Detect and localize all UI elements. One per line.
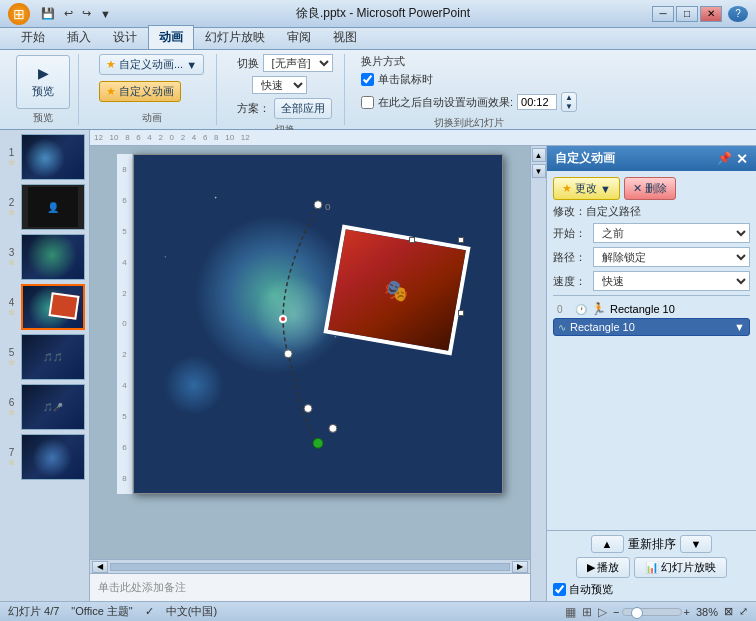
- zoom-slider[interactable]: [622, 608, 682, 616]
- slide-image-3[interactable]: [21, 234, 85, 280]
- glow3: [164, 355, 224, 415]
- click-mouse-label: 单击鼠标时: [378, 72, 433, 87]
- slide-sorter-btn[interactable]: ⊞: [582, 605, 592, 619]
- slide-thumb-6[interactable]: 6 ☆ 🎵🎤: [4, 384, 85, 430]
- auto-preview-check[interactable]: [553, 583, 566, 596]
- slide-photo[interactable]: 🎭: [323, 225, 470, 356]
- change-button[interactable]: ★ 更改 ▼: [553, 177, 620, 200]
- save-button[interactable]: 💾: [38, 5, 58, 22]
- redo-button[interactable]: ↪: [79, 5, 94, 22]
- maximize-button[interactable]: □: [676, 6, 698, 22]
- play-button[interactable]: ▶ 播放: [576, 557, 630, 578]
- slide-canvas[interactable]: ✦ ✦ ✦: [133, 154, 503, 494]
- custom-anim2-button[interactable]: ★ 自定义动画: [99, 81, 181, 102]
- panel-close-button[interactable]: ✕: [736, 151, 748, 167]
- speed-select[interactable]: 快速: [252, 76, 307, 94]
- zoom-minus-icon[interactable]: −: [613, 606, 619, 618]
- slide-image-4[interactable]: [21, 284, 85, 330]
- dropdown-button[interactable]: ▼: [97, 5, 114, 22]
- click-mouse-check[interactable]: [361, 73, 374, 86]
- tab-home[interactable]: 开始: [10, 25, 56, 49]
- move-down-button[interactable]: ▼: [680, 535, 713, 553]
- slide-note[interactable]: 单击此处添加备注: [90, 573, 530, 601]
- modify-label-row: 修改：自定义路径: [553, 204, 750, 219]
- slide-thumb-1[interactable]: 1 ☆: [4, 134, 85, 180]
- path-label: 路径：: [553, 250, 589, 265]
- move-up-button[interactable]: ▲: [591, 535, 624, 553]
- titlebar-left: ⊞ 💾 ↩ ↪ ▼: [8, 3, 114, 25]
- close-button[interactable]: ✕: [700, 6, 722, 22]
- tab-insert[interactable]: 插入: [56, 25, 102, 49]
- office-button[interactable]: ⊞: [8, 3, 30, 25]
- tab-review[interactable]: 审阅: [276, 25, 322, 49]
- star-icon: ★: [106, 58, 116, 71]
- slide-thumb-3[interactable]: 3 ☆: [4, 234, 85, 280]
- tab-animation[interactable]: 动画: [148, 25, 194, 49]
- start-select[interactable]: 之前: [593, 223, 750, 243]
- editor-and-panel: 86542024568 ✦ ✦ ✦: [90, 146, 756, 601]
- tab-slideshow[interactable]: 幻灯片放映: [194, 25, 276, 49]
- reorder-label: 重新排序: [628, 536, 676, 553]
- switch-select[interactable]: [无声音]: [263, 54, 333, 72]
- zoom-slider-thumb[interactable]: [631, 607, 643, 619]
- scroll-left-btn[interactable]: ◀: [92, 561, 108, 573]
- time-up-btn[interactable]: ▲▼: [561, 92, 577, 112]
- slide-thumb-7[interactable]: 7 ☆: [4, 434, 85, 480]
- auto-after-check[interactable]: [361, 96, 374, 109]
- zoom-plus-icon[interactable]: +: [684, 606, 690, 618]
- panel-pin-icon[interactable]: 📌: [717, 151, 732, 167]
- selection-handle-bl[interactable]: [458, 310, 464, 316]
- ribbon: ▶ 预览 预览 ★ 自定义动画... ▼ ★ 自定义动画 动画: [0, 50, 756, 130]
- slideshow-btn[interactable]: ▷: [598, 605, 607, 619]
- zoom-slider-area[interactable]: − +: [613, 606, 690, 618]
- anim-panel-body: ★ 更改 ▼ ✕ 删除 修改：自定义路径: [547, 171, 756, 530]
- path-select[interactable]: 解除锁定: [593, 247, 750, 267]
- slide-thumb-2[interactable]: 2 ☆ 👤: [4, 184, 85, 230]
- scrollbar-horizontal[interactable]: ◀ ▶: [90, 559, 530, 573]
- slide-panel[interactable]: 1 ☆ 2 ☆ 👤 3 ☆: [0, 130, 90, 601]
- glow2: [254, 275, 334, 355]
- anim-item-2[interactable]: ∿ Rectangle 10 ▼: [553, 318, 750, 336]
- preview-button[interactable]: ▶ 预览: [16, 55, 70, 109]
- auto-after-label: 在此之后自动设置动画效果:: [378, 95, 513, 110]
- slide-image-6[interactable]: 🎵🎤: [21, 384, 85, 430]
- selection-handle-tl[interactable]: [458, 237, 464, 243]
- click-row: 单击鼠标时: [361, 72, 433, 87]
- scroll-up-btn[interactable]: ▲: [532, 148, 546, 162]
- scroll-right-btn[interactable]: ▶: [512, 561, 528, 573]
- slide-image-7[interactable]: [21, 434, 85, 480]
- slideshow-button[interactable]: 📊 幻灯片放映: [634, 557, 727, 578]
- scroll-thumb[interactable]: [110, 563, 510, 571]
- switch-label: 切换: [237, 56, 259, 71]
- slide-thumb-4[interactable]: 4 ☆: [4, 284, 85, 330]
- check-icon: ✓: [145, 605, 154, 618]
- tab-design[interactable]: 设计: [102, 25, 148, 49]
- star-particle2: ✦: [164, 255, 167, 259]
- tab-view[interactable]: 视图: [322, 25, 368, 49]
- switch-content: 切换 [无声音] 快速 方案： 全部应用: [237, 54, 333, 121]
- quick-access-toolbar: 💾 ↩ ↪ ▼: [38, 5, 114, 22]
- slide-image-2[interactable]: 👤: [21, 184, 85, 230]
- custom-anim-button[interactable]: ★ 自定义动画... ▼: [99, 54, 204, 75]
- minimize-button[interactable]: ─: [652, 6, 674, 22]
- selection-handle-tr[interactable]: [409, 237, 415, 243]
- delete-button[interactable]: ✕ 删除: [624, 177, 676, 200]
- undo-button[interactable]: ↩: [61, 5, 76, 22]
- slide-image-5[interactable]: 🎵🎵: [21, 334, 85, 380]
- slide-image-1[interactable]: [21, 134, 85, 180]
- auto-time-input[interactable]: [517, 94, 557, 110]
- speed-select[interactable]: 快速: [593, 271, 750, 291]
- anim-path-icon: 🏃: [591, 302, 606, 316]
- help-button[interactable]: ?: [728, 6, 748, 22]
- slideshow-icon: 📊: [645, 561, 659, 574]
- expand-btn[interactable]: ⤢: [739, 605, 748, 618]
- normal-view-btn[interactable]: ▦: [565, 605, 576, 619]
- slide-num-1: 1 ☆: [4, 147, 19, 167]
- ruler-vertical: 86542024568: [117, 154, 133, 494]
- slide-thumb-5[interactable]: 5 ☆ 🎵🎵: [4, 334, 85, 380]
- apply-all-button[interactable]: 全部应用: [274, 98, 332, 119]
- anim-item-1[interactable]: 0 🕐 🏃 Rectangle 10: [553, 300, 750, 318]
- animation-label: 动画: [142, 111, 162, 125]
- scroll-down-btn[interactable]: ▼: [532, 164, 546, 178]
- fit-btn[interactable]: ⊠: [724, 605, 733, 618]
